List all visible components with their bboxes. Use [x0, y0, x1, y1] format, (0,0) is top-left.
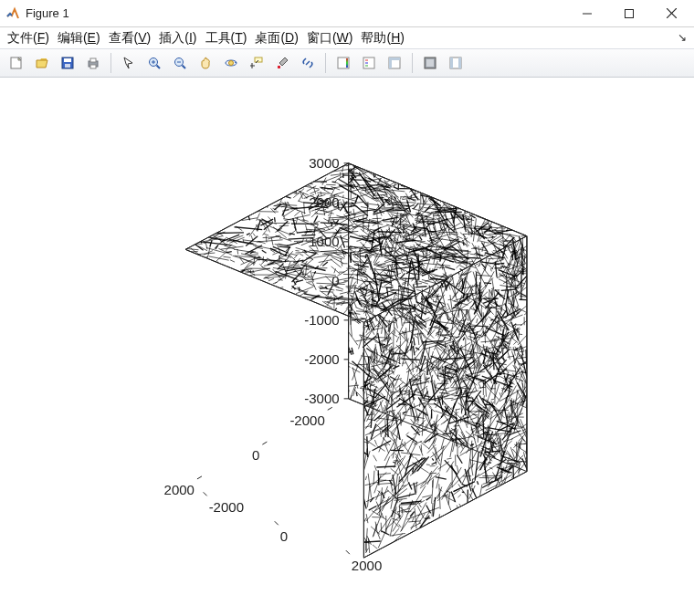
- svg-line-3065: [204, 492, 207, 496]
- svg-line-1441: [356, 392, 357, 396]
- titlebar: Figure 1: [0, 0, 694, 27]
- menu-overflow-icon[interactable]: ↘: [678, 31, 687, 44]
- axis-tick-label: 0: [252, 447, 259, 463]
- svg-line-2926: [513, 466, 514, 485]
- svg-line-1536: [386, 210, 404, 211]
- svg-line-610: [275, 217, 276, 222]
- svg-point-19: [229, 61, 234, 66]
- svg-line-25: [306, 61, 310, 65]
- print-button[interactable]: [82, 52, 104, 74]
- menu-view[interactable]: 查看(V): [105, 28, 155, 48]
- zoom-out-button[interactable]: [169, 52, 191, 74]
- svg-rect-27: [346, 58, 348, 68]
- svg-line-2491: [468, 489, 468, 511]
- axis-tick-label: 2000: [309, 194, 339, 210]
- svg-line-3064: [197, 476, 202, 479]
- svg-line-426: [268, 192, 290, 198]
- svg-line-102: [405, 179, 425, 187]
- brush-button[interactable]: [271, 52, 293, 74]
- svg-line-2829: [525, 455, 540, 458]
- rotate-3d-button[interactable]: [220, 52, 242, 74]
- axis-tick-label: -2000: [304, 351, 339, 367]
- axis-tick-label: -1000: [304, 312, 339, 328]
- svg-rect-28: [363, 57, 374, 68]
- svg-rect-39: [458, 57, 461, 68]
- svg-rect-38: [450, 57, 453, 68]
- svg-rect-24: [278, 66, 280, 68]
- svg-line-797: [331, 222, 332, 226]
- minimize-button[interactable]: [566, 0, 608, 27]
- menu-tools[interactable]: 工具(T): [202, 28, 251, 48]
- svg-line-2269: [484, 404, 491, 405]
- svg-line-427: [213, 262, 218, 275]
- axis-tick-label: -3000: [304, 391, 339, 406]
- toolbar-separator: [412, 53, 413, 73]
- toolbar: [0, 48, 694, 78]
- data-cursor-button[interactable]: [246, 52, 268, 74]
- svg-line-1999: [449, 190, 450, 206]
- axis-tick-label: 0: [280, 528, 288, 544]
- svg-line-1560: [526, 428, 541, 439]
- svg-line-2852: [378, 470, 379, 485]
- new-figure-button[interactable]: [5, 52, 27, 74]
- svg-line-2682: [367, 436, 368, 457]
- toolbar-separator: [110, 53, 111, 73]
- axis-tick-label: 0: [331, 273, 339, 288]
- edit-plot-button[interactable]: [118, 52, 140, 74]
- maximize-button[interactable]: [608, 0, 650, 27]
- menu-window[interactable]: 窗口(W): [303, 28, 357, 48]
- svg-rect-6: [64, 58, 71, 62]
- insert-colorbar-button[interactable]: [332, 52, 354, 74]
- svg-line-16: [183, 66, 186, 69]
- svg-line-3066: [275, 521, 279, 525]
- svg-rect-9: [90, 58, 96, 62]
- axis-tick-label: -2000: [289, 412, 324, 428]
- svg-line-181: [475, 204, 481, 214]
- svg-line-3062: [328, 407, 332, 410]
- matlab-icon: [5, 6, 20, 21]
- svg-rect-1: [626, 9, 634, 17]
- figure-canvas[interactable]: -3000-2000-10000100020003000-200002000-2…: [0, 78, 694, 615]
- open-button[interactable]: [31, 52, 53, 74]
- svg-line-1011: [386, 287, 394, 288]
- menu-insert[interactable]: 插入(I): [155, 28, 200, 48]
- save-button[interactable]: [57, 52, 79, 74]
- insert-legend-button[interactable]: [358, 52, 380, 74]
- svg-rect-10: [90, 65, 96, 68]
- svg-rect-20: [255, 57, 262, 62]
- svg-rect-34: [389, 57, 392, 68]
- axis-tick-label: 1000: [309, 234, 339, 249]
- axis-tick-label: 2000: [352, 558, 382, 573]
- svg-line-681: [208, 268, 232, 274]
- dock-figure-button[interactable]: [419, 52, 441, 74]
- svg-line-2701: [519, 299, 537, 300]
- axis-tick-label: 3000: [309, 155, 339, 171]
- svg-line-3067: [346, 550, 350, 554]
- axes-3d[interactable]: -3000-2000-10000100020003000-200002000-2…: [82, 105, 648, 616]
- svg-line-2793: [483, 414, 484, 437]
- svg-line-1518: [526, 304, 534, 309]
- zoom-in-button[interactable]: [143, 52, 165, 74]
- menubar: 文件(F) 编辑(E) 查看(V) 插入(I) 工具(T) 桌面(D) 窗口(W…: [0, 27, 694, 48]
- menu-help[interactable]: 帮助(H): [357, 28, 407, 48]
- show-plot-tools-button[interactable]: [445, 52, 467, 74]
- axis-tick-label: 2000: [164, 482, 195, 497]
- close-button[interactable]: [650, 0, 692, 27]
- axis-tick-label: -2000: [209, 499, 244, 515]
- svg-rect-7: [65, 64, 70, 68]
- menu-edit[interactable]: 编辑(E): [54, 28, 104, 48]
- svg-rect-36: [426, 59, 434, 67]
- toolbar-separator: [325, 53, 326, 73]
- svg-line-12: [157, 66, 161, 69]
- pan-button[interactable]: [195, 52, 216, 74]
- svg-line-386: [465, 212, 466, 214]
- link-data-button[interactable]: [297, 52, 319, 74]
- svg-line-515: [257, 257, 261, 258]
- hide-plot-tools-button[interactable]: [384, 52, 405, 74]
- svg-line-920: [216, 233, 244, 234]
- window-title: Figure 1: [26, 6, 69, 20]
- menu-desktop[interactable]: 桌面(D): [251, 28, 301, 48]
- menu-file[interactable]: 文件(F): [4, 28, 53, 48]
- svg-line-3063: [262, 442, 267, 444]
